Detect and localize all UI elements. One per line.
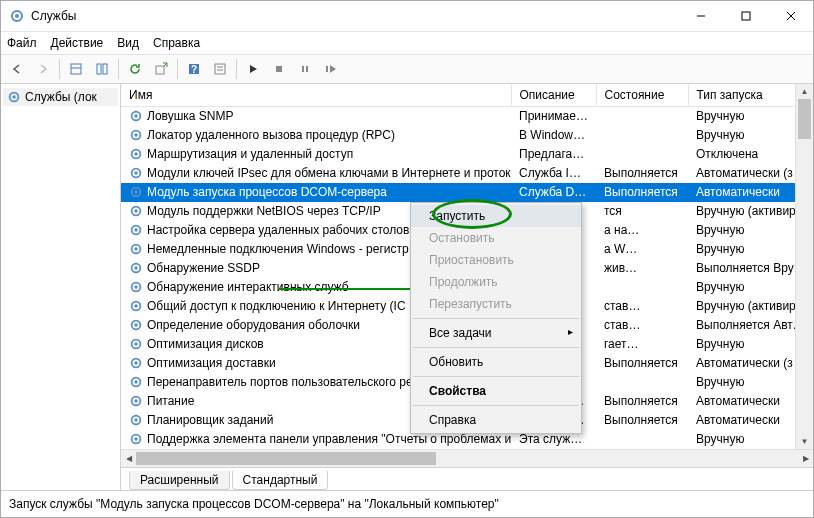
ctx-refresh[interactable]: Обновить [411,351,581,373]
svg-rect-18 [306,66,308,72]
service-gear-icon [129,375,143,389]
svg-point-49 [134,361,138,365]
service-name: Настройка сервера удаленных рабочих стол… [147,223,409,237]
ctx-help[interactable]: Справка [411,409,581,431]
service-gear-icon [129,413,143,427]
service-gear-icon [129,204,143,218]
table-row[interactable]: Модули ключей IPsec для обмена ключами в… [121,164,813,183]
svg-rect-17 [302,66,304,72]
service-gear-icon [129,185,143,199]
service-name: Оптимизация доставки [147,356,276,370]
service-name: Определение оборудования оболочки [147,318,360,332]
service-gear-icon [129,109,143,123]
service-gear-icon [129,128,143,142]
minimize-button[interactable] [678,1,723,31]
ctx-properties[interactable]: Свойства [411,380,581,402]
scroll-down-icon[interactable]: ▼ [796,434,813,449]
service-name: Модуль запуска процессов DCOM-сервера [147,185,387,199]
service-name: Общий доступ к подключению к Интернету (… [147,299,406,313]
svg-point-33 [134,209,138,213]
scroll-up-icon[interactable]: ▲ [796,84,813,99]
svg-rect-16 [276,66,282,72]
view-large-icon[interactable] [64,57,88,81]
svg-point-23 [134,115,138,119]
close-button[interactable] [768,1,813,31]
service-gear-icon [129,318,143,332]
svg-point-35 [134,228,138,232]
svg-point-57 [134,437,138,441]
forward-icon[interactable] [31,57,55,81]
scroll-right-icon[interactable]: ▶ [798,450,813,467]
table-row[interactable]: Ловушка SNMPПринимае…Вручную [121,107,813,126]
service-name: Обнаружение SSDP [147,261,260,275]
service-gear-icon [129,337,143,351]
ctx-pause: Приостановить [411,249,581,271]
svg-point-41 [134,285,138,289]
svg-point-47 [134,342,138,346]
properties-icon[interactable] [208,57,232,81]
service-name: Модуль поддержки NetBIOS через TCP/IP [147,204,381,218]
window-title: Службы [31,9,678,23]
help-icon[interactable]: ? [182,57,206,81]
ctx-all-tasks[interactable]: Все задачи [411,322,581,344]
service-name: Обнаружение интерактивных служб [147,280,349,294]
titlebar: Службы [1,1,813,32]
content-area: Службы (лок Имя Описание Состояние Тип з… [1,84,813,490]
col-state[interactable]: Состояние [596,84,688,107]
horizontal-scrollbar[interactable]: ◀ ▶ [121,449,813,467]
tab-extended[interactable]: Расширенный [129,471,230,490]
svg-point-37 [134,247,138,251]
window-controls [678,1,813,31]
maximize-button[interactable] [723,1,768,31]
scroll-thumb[interactable] [798,99,811,139]
pause-icon[interactable] [293,57,317,81]
play-icon[interactable] [241,57,265,81]
svg-point-39 [134,266,138,270]
menu-help[interactable]: Справка [153,36,200,50]
vertical-scrollbar[interactable]: ▲ ▼ [795,84,813,449]
tree-panel: Службы (лок [1,84,121,490]
svg-point-51 [134,380,138,384]
col-name[interactable]: Имя [121,84,511,107]
svg-text:?: ? [191,64,197,75]
table-row[interactable]: Локатор удаленного вызова процедур (RPC)… [121,126,813,145]
back-icon[interactable] [5,57,29,81]
service-name: Поддержка элемента панели управления "От… [147,432,511,446]
table-row[interactable]: Модуль запуска процессов DCOM-сервераСлу… [121,183,813,202]
svg-rect-19 [326,66,328,72]
services-window: Службы Файл Действие Вид Справка ? [0,0,814,518]
svg-rect-8 [97,64,101,74]
ctx-resume: Продолжить [411,271,581,293]
restart-icon[interactable] [319,57,343,81]
svg-rect-3 [742,12,750,20]
tree-root[interactable]: Службы (лок [3,88,118,106]
menu-file[interactable]: Файл [7,36,37,50]
service-name: Перенаправитель портов пользовательского… [147,375,413,389]
service-name: Оптимизация дисков [147,337,264,351]
export-icon[interactable] [149,57,173,81]
tab-standard[interactable]: Стандартный [232,471,329,490]
ctx-restart: Перезапустить [411,293,581,315]
stop-icon[interactable] [267,57,291,81]
view-list-icon[interactable] [90,57,114,81]
table-row[interactable]: Маршрутизация и удаленный доступПредлага… [121,145,813,164]
col-desc[interactable]: Описание [511,84,596,107]
service-name: Модули ключей IPsec для обмена ключами в… [147,166,511,180]
service-gear-icon [129,299,143,313]
service-name: Маршрутизация и удаленный доступ [147,147,353,161]
service-gear-icon [129,223,143,237]
svg-rect-9 [103,64,107,74]
scroll-left-icon[interactable]: ◀ [121,450,136,467]
service-gear-icon [129,280,143,294]
menu-view[interactable]: Вид [117,36,139,50]
service-name: Немедленные подключения Windows - регист… [147,242,409,256]
refresh-icon[interactable] [123,57,147,81]
service-gear-icon [129,356,143,370]
service-gear-icon [129,242,143,256]
svg-rect-6 [71,64,81,74]
menu-action[interactable]: Действие [51,36,104,50]
context-menu: Запустить Остановить Приостановить Продо… [410,202,582,434]
scroll-thumb-h[interactable] [136,452,436,465]
ctx-start[interactable]: Запустить [411,205,581,227]
ctx-stop: Остановить [411,227,581,249]
